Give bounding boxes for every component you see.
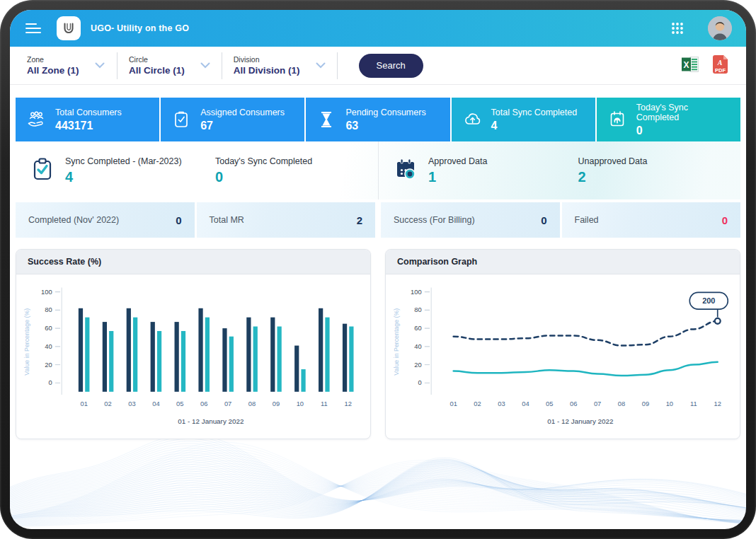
calendar-upload-icon — [607, 109, 628, 130]
svg-text:60: 60 — [414, 325, 421, 332]
app-bar: UGO- Utility on the GO — [10, 10, 746, 47]
svg-text:01 - 12 January 2022: 01 - 12 January 2022 — [547, 417, 613, 425]
circle-select[interactable]: Circle All Circle (1) — [129, 52, 222, 79]
kpi-total-sync: Total Sync Completed 4 — [452, 98, 595, 141]
metric-label: Success (For Billing) — [394, 215, 475, 225]
circle-label: Circle — [129, 55, 185, 64]
svg-text:09: 09 — [273, 400, 280, 407]
summary-label: Sync Completed - (Mar-2023) — [65, 156, 215, 166]
kpi-pending-consumers: Pending Consumers 63 — [306, 98, 449, 141]
svg-text:01: 01 — [449, 400, 457, 407]
success-rate-chart-card: Success Rate (%) 020406080100Value in Pe… — [16, 249, 371, 439]
calendar-approved-icon — [391, 155, 428, 186]
kpi-label: Pending Consumers — [345, 108, 425, 117]
svg-text:60: 60 — [45, 325, 52, 332]
clipboard-check-icon — [171, 109, 192, 130]
svg-text:02: 02 — [104, 400, 111, 407]
pdf-export-icon[interactable]: A PDF — [711, 54, 729, 77]
svg-text:11: 11 — [690, 400, 697, 407]
summary-row: Sync Completed - (Mar-2023) 4 Today's Sy… — [16, 141, 740, 201]
svg-text:11: 11 — [321, 400, 328, 407]
svg-text:0: 0 — [48, 379, 52, 386]
comparison-line-chart[interactable]: 020406080100Value in Percentage (%)01020… — [386, 274, 740, 439]
svg-text:Value in Percentage (%): Value in Percentage (%) — [393, 308, 400, 376]
svg-text:01: 01 — [80, 400, 87, 407]
charts-row: Success Rate (%) 020406080100Value in Pe… — [16, 249, 740, 439]
chevron-down-icon — [316, 62, 326, 69]
svg-text:10: 10 — [666, 400, 673, 407]
menu-icon[interactable] — [25, 19, 47, 37]
summary-item: Unapproved Data 2 — [578, 156, 728, 185]
excel-export-icon[interactable]: X — [680, 55, 700, 76]
division-value: All Division (1) — [234, 65, 300, 76]
svg-text:04: 04 — [522, 400, 529, 407]
svg-text:08: 08 — [618, 400, 625, 407]
filter-bar: Zone All Zone (1) Circle All Circle (1) … — [10, 47, 746, 85]
kpi-value: 443171 — [55, 120, 122, 132]
svg-text:07: 07 — [224, 400, 231, 407]
svg-text:03: 03 — [128, 400, 135, 407]
dashboard-content: Total Consumers 443171 Assigned Consumer… — [10, 85, 746, 439]
kpi-today-sync: Today's Sync Completed 0 — [597, 98, 740, 141]
summary-item: Today's Sync Completed 0 — [215, 156, 365, 185]
summary-value: 4 — [65, 169, 215, 185]
summary-label: Today's Sync Completed — [215, 156, 365, 166]
metric-value: 0 — [176, 214, 181, 226]
kpi-value: 67 — [200, 120, 285, 132]
svg-text:80: 80 — [45, 306, 52, 313]
apps-grid-icon[interactable] — [670, 21, 685, 36]
app-title: UGO- Utility on the GO — [91, 23, 189, 33]
svg-text:02: 02 — [474, 400, 481, 407]
metric-completed: Completed (Nov' 2022) 0 — [16, 202, 195, 238]
division-select[interactable]: Division All Division (1) — [234, 52, 338, 79]
svg-text:40: 40 — [414, 343, 421, 350]
comparison-chart-card: Comparison Graph 020406080100Value in Pe… — [385, 249, 740, 439]
chart-title: Success Rate (%) — [16, 250, 370, 274]
metric-label: Failed — [575, 215, 599, 225]
sync-summary-panel: Sync Completed - (Mar-2023) 4 Today's Sy… — [16, 141, 378, 199]
metric-failed: Failed 0 — [562, 202, 741, 238]
chevron-down-icon — [95, 62, 105, 69]
summary-value: 0 — [215, 169, 365, 185]
svg-text:PDF: PDF — [715, 67, 726, 74]
svg-text:06: 06 — [200, 400, 207, 407]
zone-label: Zone — [27, 55, 79, 64]
approval-summary-panel: Approved Data 1 Unapproved Data 2 — [378, 141, 740, 199]
metric-value: 0 — [722, 214, 728, 226]
metric-label: Completed (Nov' 2022) — [28, 215, 119, 225]
search-button[interactable]: Search — [359, 54, 423, 78]
summary-value: 2 — [578, 169, 728, 185]
metric-value: 0 — [541, 214, 546, 226]
summary-item: Sync Completed - (Mar-2023) 4 — [65, 156, 215, 185]
consumers-icon — [25, 109, 47, 130]
cloud-upload-icon — [462, 109, 483, 130]
svg-text:80: 80 — [414, 306, 421, 313]
zone-select[interactable]: Zone All Zone (1) — [27, 52, 118, 79]
summary-label: Unapproved Data — [578, 156, 728, 166]
svg-text:0: 0 — [418, 379, 421, 386]
clipboard-check-icon — [28, 155, 65, 186]
success-rate-bar-chart[interactable]: 020406080100Value in Percentage (%)01020… — [16, 274, 370, 439]
svg-text:A: A — [717, 59, 723, 66]
kpi-value: 63 — [345, 120, 425, 132]
summary-label: Approved Data — [428, 156, 578, 166]
svg-text:09: 09 — [642, 400, 649, 407]
user-avatar[interactable] — [708, 16, 732, 40]
kpi-total-consumers: Total Consumers 443171 — [16, 98, 159, 141]
zone-value: All Zone (1) — [27, 65, 79, 76]
chevron-down-icon — [200, 62, 210, 69]
circle-value: All Circle (1) — [129, 65, 185, 76]
svg-text:40: 40 — [45, 343, 52, 350]
app-screen: UGO- Utility on the GO — [10, 10, 746, 529]
kpi-label: Today's Sync Completed — [636, 103, 731, 122]
metric-value: 2 — [357, 214, 362, 226]
summary-value: 1 — [428, 169, 578, 185]
kpi-label: Total Consumers — [55, 108, 122, 117]
metric-success-billing: Success (For Billing) 0 — [381, 202, 560, 238]
tablet-frame: UGO- Utility on the GO — [0, 0, 756, 539]
app-logo-icon — [57, 16, 81, 40]
svg-text:05: 05 — [546, 400, 553, 407]
svg-text:03: 03 — [498, 400, 505, 407]
svg-text:20: 20 — [414, 361, 421, 369]
svg-text:04: 04 — [152, 400, 159, 407]
